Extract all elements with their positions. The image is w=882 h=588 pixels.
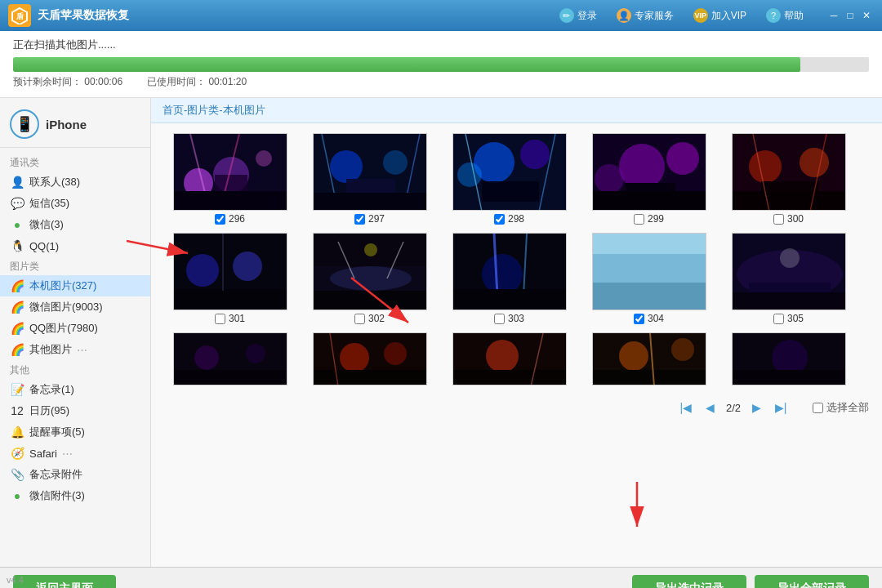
sidebar-item-wechat-attach[interactable]: ● 微信附件(3) bbox=[0, 485, 150, 506]
device-name: iPhone bbox=[46, 118, 87, 131]
sidebar-item-notes[interactable]: 📝 备忘录(1) bbox=[0, 379, 150, 400]
photo-thumb-304[interactable] bbox=[592, 233, 706, 310]
svg-rect-69 bbox=[314, 370, 427, 385]
svg-point-27 bbox=[595, 164, 624, 194]
photo-checkbox-302[interactable] bbox=[354, 314, 365, 324]
next-page-button[interactable]: ▶ bbox=[747, 399, 765, 416]
photo-label-303: 303 bbox=[494, 313, 524, 324]
export-all-button[interactable]: 导出全部记录 bbox=[755, 575, 869, 589]
photo-thumb-303[interactable] bbox=[452, 233, 567, 310]
photo-checkbox-298[interactable] bbox=[494, 214, 505, 225]
svg-point-25 bbox=[619, 144, 665, 189]
expert-icon: 👤 bbox=[617, 8, 631, 23]
sidebar-item-safari[interactable]: 🧭 Safari ⋯ bbox=[0, 443, 150, 464]
photo-row-2: 301 bbox=[163, 233, 871, 324]
photo-thumb-305[interactable] bbox=[732, 233, 846, 310]
photo-label-296: 296 bbox=[215, 213, 245, 225]
minimize-button[interactable]: ─ bbox=[826, 8, 841, 23]
svg-point-9 bbox=[256, 150, 272, 167]
sidebar-item-contacts[interactable]: 👤 联系人(38) bbox=[0, 172, 150, 193]
svg-point-32 bbox=[800, 148, 829, 177]
svg-point-12 bbox=[383, 150, 408, 175]
photo-thumb-307[interactable] bbox=[313, 332, 427, 385]
photo-grid: 296 bbox=[151, 123, 882, 395]
photo-checkbox-303[interactable] bbox=[494, 314, 505, 324]
photo-thumb-308[interactable] bbox=[452, 332, 567, 385]
titlebar-actions: ✏ 登录 👤 专家服务 VIP 加入VIP ? 帮助 ─ □ ✕ bbox=[555, 7, 874, 24]
photo-thumb-310[interactable] bbox=[732, 332, 846, 385]
svg-rect-21 bbox=[482, 181, 539, 202]
prev-page-button[interactable]: ◀ bbox=[702, 399, 719, 416]
photo-item-300: 300 bbox=[721, 133, 856, 225]
photo-thumb-301[interactable] bbox=[173, 233, 287, 310]
photo-checkbox-297[interactable] bbox=[354, 214, 365, 225]
progress-area: 正在扫描其他图片...... 预计剩余时间： 00:00:06 已使用时间： 0… bbox=[0, 31, 882, 98]
photo-label-300: 300 bbox=[773, 213, 804, 225]
window-controls: ─ □ ✕ bbox=[826, 8, 874, 23]
titlebar: 盾 天盾苹果数据恢复 ✏ 登录 👤 专家服务 VIP 加入VIP ? 帮助 ─ … bbox=[0, 0, 882, 31]
first-page-button[interactable]: |◀ bbox=[677, 399, 695, 416]
version-label: v4.4 bbox=[7, 575, 24, 585]
vip-button[interactable]: VIP 加入VIP bbox=[688, 7, 751, 24]
scan-status-text: 正在扫描其他图片...... bbox=[13, 38, 869, 52]
export-selected-button[interactable]: 导出选中记录 bbox=[632, 575, 746, 589]
photo-label-302: 302 bbox=[354, 313, 385, 324]
photo-thumb-309[interactable] bbox=[592, 332, 706, 385]
photo-item-301: 301 bbox=[163, 233, 297, 324]
photo-checkbox-296[interactable] bbox=[215, 214, 225, 225]
contacts-icon: 👤 bbox=[10, 175, 24, 189]
photo-thumb-299[interactable] bbox=[592, 133, 706, 211]
photo-thumb-300[interactable] bbox=[732, 133, 846, 211]
reminders-icon: 🔔 bbox=[10, 425, 24, 439]
photo-thumb-297[interactable] bbox=[313, 133, 427, 211]
login-button[interactable]: ✏ 登录 bbox=[555, 7, 602, 24]
photo-checkbox-305[interactable] bbox=[773, 314, 784, 324]
photo-checkbox-301[interactable] bbox=[215, 314, 225, 324]
maximize-button[interactable]: □ bbox=[843, 8, 858, 23]
svg-point-31 bbox=[749, 150, 782, 183]
section-label-comms: 通讯类 bbox=[0, 153, 150, 172]
app-logo: 盾 bbox=[8, 4, 31, 27]
photo-checkbox-300[interactable] bbox=[773, 214, 784, 225]
sidebar-item-reminders[interactable]: 🔔 提醒事项(5) bbox=[0, 421, 150, 443]
photo-item-299: 299 bbox=[581, 133, 716, 225]
photo-item-305: 305 bbox=[721, 233, 856, 324]
sidebar-item-other-photos[interactable]: 🌈 其他图片 ⋯ bbox=[0, 339, 150, 360]
expert-service-button[interactable]: 👤 专家服务 bbox=[612, 7, 679, 24]
sidebar-item-calendar[interactable]: 12 日历(95) bbox=[0, 400, 150, 421]
select-all-checkbox[interactable] bbox=[813, 403, 823, 413]
photo-checkbox-304[interactable] bbox=[634, 314, 644, 324]
svg-point-50 bbox=[482, 254, 523, 295]
sidebar-item-sms[interactable]: 💬 短信(35) bbox=[0, 193, 150, 214]
sidebar-item-wechat[interactable]: ● 微信(3) bbox=[0, 214, 150, 235]
photo-label-298: 298 bbox=[494, 213, 524, 225]
svg-rect-16 bbox=[314, 193, 427, 211]
svg-point-19 bbox=[520, 140, 550, 169]
sidebar-item-local-photos[interactable]: 🌈 本机图片(327) bbox=[0, 275, 150, 296]
photo-label-305: 305 bbox=[773, 313, 804, 324]
sidebar-item-qq-photos[interactable]: 🌈 QQ图片(7980) bbox=[0, 318, 150, 339]
svg-point-38 bbox=[186, 254, 219, 287]
sidebar-item-notes-attach[interactable]: 📎 备忘录附件 bbox=[0, 464, 150, 485]
photo-thumb-302[interactable] bbox=[313, 233, 427, 310]
photo-thumb-298[interactable] bbox=[452, 133, 567, 211]
photo-thumb-296[interactable] bbox=[173, 133, 287, 211]
back-to-main-button[interactable]: 返回主界面 bbox=[13, 575, 116, 589]
photo-thumb-306[interactable] bbox=[173, 332, 287, 385]
last-page-button[interactable]: ▶| bbox=[772, 399, 790, 416]
svg-rect-78 bbox=[593, 370, 706, 385]
help-button[interactable]: ? 帮助 bbox=[761, 7, 808, 24]
photo-label-301: 301 bbox=[215, 313, 245, 324]
help-icon: ? bbox=[766, 8, 781, 23]
sidebar-item-wechat-photos[interactable]: 🌈 微信图片(9003) bbox=[0, 296, 150, 318]
svg-point-68 bbox=[384, 342, 407, 365]
svg-point-26 bbox=[666, 142, 699, 175]
bottom-right: 导出选中记录 导出全部记录 bbox=[632, 575, 869, 589]
qq-icon: 🐧 bbox=[10, 238, 24, 253]
sidebar-item-qq[interactable]: 🐧 QQ(1) bbox=[0, 235, 150, 256]
svg-rect-55 bbox=[593, 283, 706, 310]
photo-checkbox-299[interactable] bbox=[634, 214, 644, 225]
progress-bar-fill bbox=[13, 57, 800, 72]
close-button[interactable]: ✕ bbox=[859, 8, 874, 23]
svg-rect-73 bbox=[453, 370, 567, 385]
